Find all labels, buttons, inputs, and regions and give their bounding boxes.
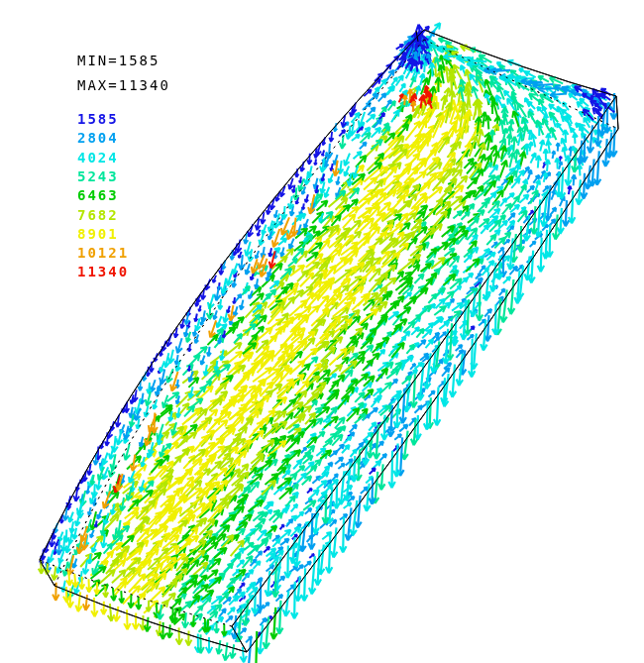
min-value-label: MIN=1585 xyxy=(77,53,160,68)
legend-value: 1585 xyxy=(77,111,119,127)
max-value-label: MAX=11340 xyxy=(77,77,170,93)
legend-value: 5243 xyxy=(77,168,119,184)
legend-value: 10121 xyxy=(77,245,129,261)
vector-plot-canvas xyxy=(0,0,644,663)
legend-value: 8901 xyxy=(77,226,119,242)
legend-value: 7682 xyxy=(77,207,119,223)
legend-value: 6463 xyxy=(77,187,119,203)
legend-value: 2804 xyxy=(77,130,119,146)
legend-value: 4024 xyxy=(77,150,119,166)
legend-value: 11340 xyxy=(77,264,129,279)
vector-plot-page: MIN=1585 MAX=11340 1585 2804 4024 5243 6… xyxy=(0,0,644,663)
